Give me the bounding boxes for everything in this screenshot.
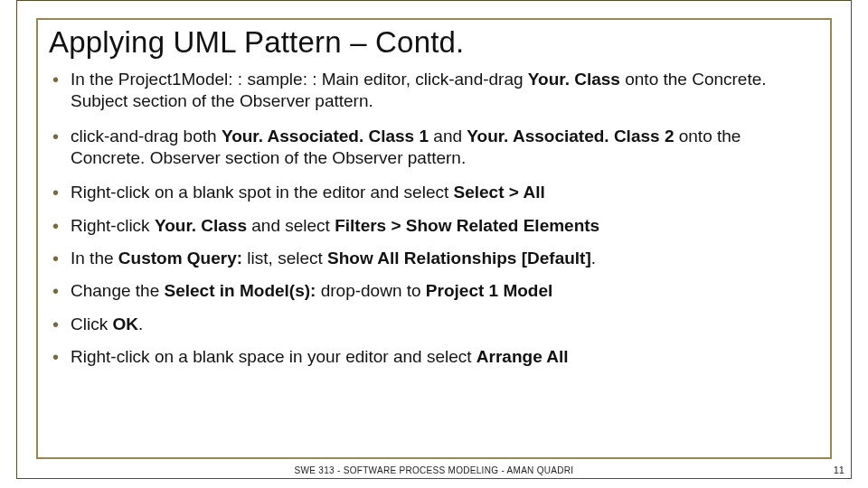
bullet-text: In the: [71, 249, 118, 267]
bullet-item-7: Click OK.: [49, 314, 819, 335]
bullet-text: .: [138, 314, 143, 333]
bullet-bold: Filters > Show Related Elements: [335, 216, 599, 235]
bullet-text: In the Project1Model: : sample: : Main e…: [71, 70, 528, 89]
bullet-item-6: Change the Select in Model(s): drop-down…: [49, 280, 819, 302]
bullet-item-5: In the Custom Query: list, select Show A…: [49, 248, 819, 269]
bullet-text: Change the: [71, 281, 165, 300]
bullet-bold: Your. Class: [155, 216, 247, 235]
bullet-bold: OK: [112, 314, 138, 333]
bullet-text: Right-click: [71, 216, 155, 235]
bullet-bold: Select in Model(s):: [165, 281, 316, 300]
bullet-bold: Your. Associated. Class 1: [222, 127, 429, 145]
bullet-item-3: Right-click on a blank spot in the edito…: [49, 182, 819, 203]
bullet-text: .: [591, 249, 596, 267]
bullet-bold: Show All Relationships [Default]: [327, 249, 591, 267]
bullet-text: Right-click on a blank space in your edi…: [71, 347, 476, 366]
bullet-list: In the Project1Model: : sample: : Main e…: [49, 69, 819, 368]
bullet-bold: Select > All: [454, 183, 545, 202]
bullet-bold: Arrange All: [476, 347, 569, 366]
bullet-item-1: In the Project1Model: : sample: : Main e…: [49, 69, 819, 113]
footer-text: SWE 313 - SOFTWARE PROCESS MODELING - AM…: [0, 465, 868, 475]
bullet-bold: Custom Query:: [118, 249, 242, 267]
slide: Applying UML Pattern – Contd. In the Pro…: [0, 0, 868, 488]
bullet-text: drop-down to: [316, 281, 425, 300]
bullet-text: list, select: [242, 249, 327, 267]
bullet-item-2: click-and-drag both Your. Associated. Cl…: [49, 126, 819, 170]
bullet-text: and select: [247, 216, 335, 235]
page-number: 11: [834, 465, 844, 475]
content-frame: Applying UML Pattern – Contd. In the Pro…: [36, 18, 832, 459]
bullet-text: Right-click on a blank spot in the edito…: [71, 183, 454, 202]
bullet-item-8: Right-click on a blank space in your edi…: [49, 346, 819, 368]
bullet-text: and: [429, 127, 467, 145]
bullet-bold: Your. Associated. Class 2: [467, 127, 674, 145]
bullet-text: Click: [71, 314, 112, 333]
bullet-item-4: Right-click Your. Class and select Filte…: [49, 215, 819, 237]
bullet-bold: Project 1 Model: [426, 281, 552, 300]
bullet-text: click-and-drag both: [71, 127, 222, 145]
bullet-bold: Your. Class: [528, 70, 620, 89]
slide-title: Applying UML Pattern – Contd.: [49, 25, 819, 60]
